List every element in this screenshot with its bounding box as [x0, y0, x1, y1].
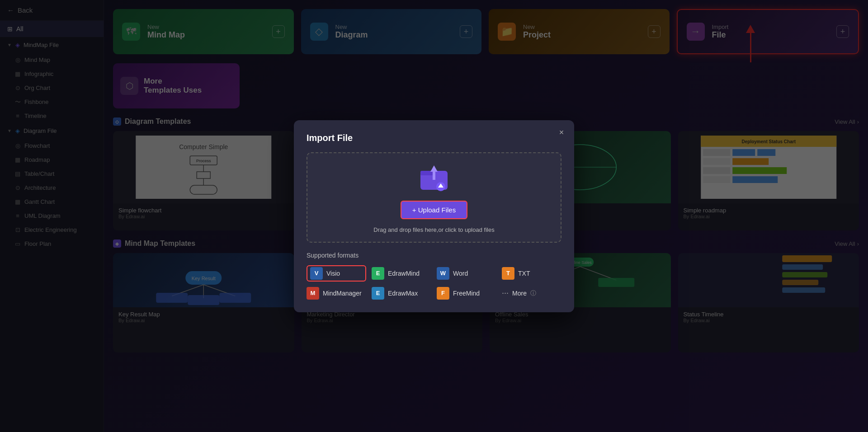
- format-word[interactable]: W Word: [437, 265, 496, 282]
- visio-icon: V: [310, 267, 323, 280]
- upload-icon: [418, 162, 450, 193]
- upload-files-button[interactable]: + Upload Files: [401, 201, 467, 219]
- format-edrawmind[interactable]: E EdrawMind: [372, 265, 431, 282]
- freemind-label: FreeMind: [453, 290, 480, 297]
- more-icon: ···: [502, 288, 509, 298]
- freemind-icon: F: [437, 287, 449, 300]
- txt-icon: T: [502, 267, 514, 280]
- edrawmax-icon: E: [372, 287, 384, 300]
- edrawmax-label: EdrawMax: [388, 290, 418, 297]
- format-visio[interactable]: V Visio: [307, 265, 366, 282]
- modal-close-button[interactable]: ×: [556, 127, 567, 138]
- upload-hint-text: Drag and drop files here,or click to upl…: [373, 226, 494, 233]
- import-file-modal: Import File × + Upload Files Drag and dr…: [294, 120, 574, 312]
- edrawmind-icon: E: [372, 267, 384, 280]
- formats-grid: V Visio E EdrawMind W Word T TXT M MindM…: [307, 265, 561, 300]
- svg-marker-55: [430, 165, 438, 172]
- format-mindmanager[interactable]: M MindManager: [307, 287, 366, 300]
- format-more[interactable]: ··· More ⓘ: [502, 287, 561, 300]
- more-label: More: [512, 290, 527, 297]
- format-freemind[interactable]: F FreeMind: [437, 287, 496, 300]
- more-info-icon: ⓘ: [530, 289, 536, 297]
- format-edrawmax[interactable]: E EdrawMax: [372, 287, 431, 300]
- word-label: Word: [453, 270, 468, 277]
- txt-label: TXT: [518, 270, 530, 277]
- word-icon: W: [437, 267, 449, 280]
- supported-formats-label: Supported formats: [307, 252, 561, 259]
- mindmanager-label: MindManager: [323, 290, 362, 297]
- upload-drop-area[interactable]: + Upload Files Drag and drop files here,…: [307, 152, 561, 243]
- svg-rect-56: [433, 172, 435, 180]
- visio-label: Visio: [326, 270, 340, 277]
- edrawmind-label: EdrawMind: [388, 270, 420, 277]
- mindmanager-icon: M: [307, 287, 319, 300]
- modal-title: Import File: [307, 133, 561, 143]
- modal-backdrop[interactable]: Import File × + Upload Files Drag and dr…: [0, 0, 868, 432]
- format-txt[interactable]: T TXT: [502, 265, 561, 282]
